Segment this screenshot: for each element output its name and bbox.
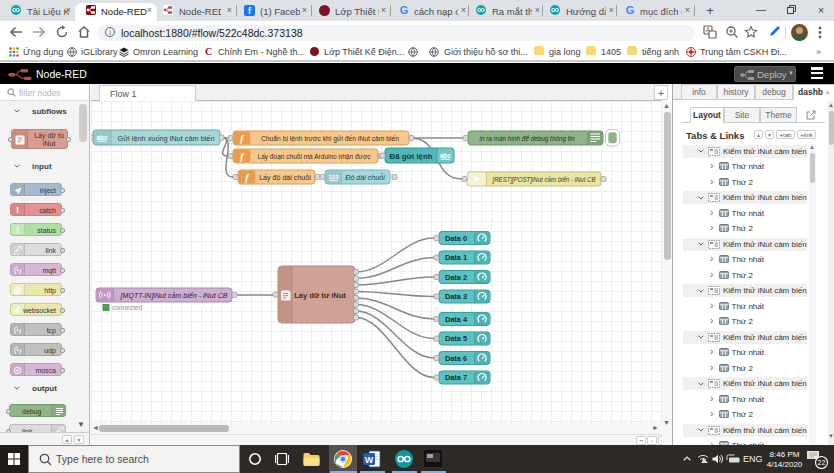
svg-text:Data 3: Data 3 xyxy=(445,292,467,301)
svg-text:abc: abc xyxy=(96,134,108,141)
svg-text:Data 5: Data 5 xyxy=(445,334,467,343)
svg-text:Data 0: Data 0 xyxy=(445,234,467,243)
svg-text:Data 4: Data 4 xyxy=(445,315,468,324)
svg-text:Đã gửi lệnh: Đã gửi lệnh xyxy=(390,152,433,161)
svg-text:abc: abc xyxy=(440,152,452,159)
svg-text:in ra màn hình để debug thông: in ra màn hình để debug thông tin xyxy=(480,135,575,143)
svg-text:Lấy đoạn chuỗi mà Arduino nhận: Lấy đoạn chuỗi mà Arduino nhận được xyxy=(258,152,371,161)
svg-text:123: 123 xyxy=(328,174,339,180)
svg-text:Lấy độ dài chuỗi: Lấy độ dài chuỗi xyxy=(259,173,311,182)
svg-text:Data 6: Data 6 xyxy=(445,354,467,363)
svg-text:[REST][POST]iNut cảm biến - iN: [REST][POST]iNut cảm biến - iNut CB xyxy=(492,176,596,184)
svg-text:A: A xyxy=(706,26,711,33)
svg-text:[MQTT-IN]iNut cảm biến - iNut: [MQTT-IN]iNut cảm biến - iNut CB xyxy=(119,292,227,300)
svg-text:Data 1: Data 1 xyxy=(445,253,467,262)
svg-text:Chuẩn bị lệnh trước khi gửi đế: Chuẩn bị lệnh trước khi gửi đến iNut cảm… xyxy=(261,134,399,143)
svg-text:Độ dài chuỗi: Độ dài chuỗi xyxy=(345,173,385,182)
svg-text:connected: connected xyxy=(112,304,142,311)
svg-text:22: 22 xyxy=(818,459,826,466)
svg-text:Data 7: Data 7 xyxy=(445,373,467,382)
svg-text:Lấy dữ từ iNut: Lấy dữ từ iNut xyxy=(294,291,346,300)
svg-text:W: W xyxy=(365,455,374,465)
svg-text:Data 2: Data 2 xyxy=(445,273,467,282)
svg-text:Gửi lệnh xuống iNut cảm biến: Gửi lệnh xuống iNut cảm biến xyxy=(118,134,215,143)
